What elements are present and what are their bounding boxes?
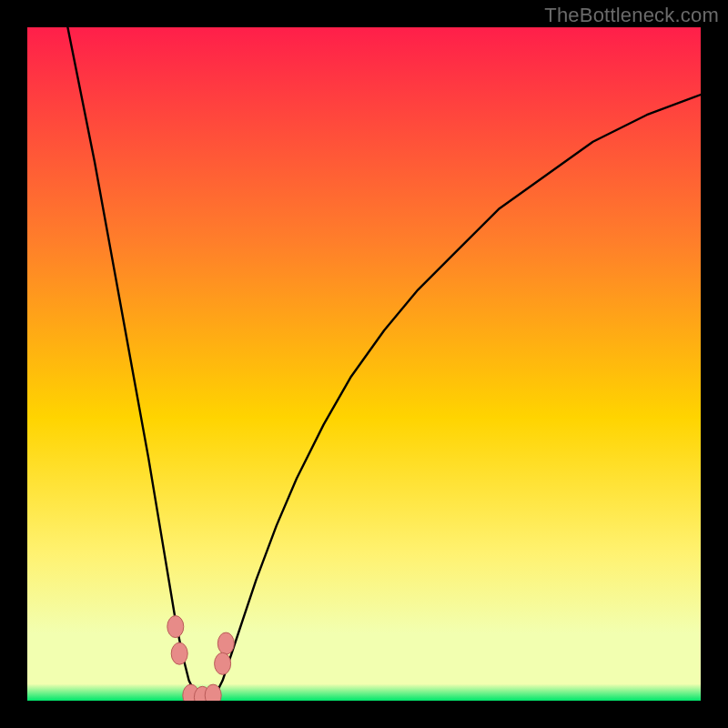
marker-right-upper <box>217 632 234 654</box>
outer-frame: TheBottleneck.com <box>0 0 728 728</box>
marker-left-upper <box>167 616 184 638</box>
marker-left-lower <box>171 642 187 664</box>
marker-floor-right <box>205 684 221 701</box>
marker-right-lower <box>215 652 231 674</box>
bottleneck-chart <box>27 27 701 701</box>
watermark-text: TheBottleneck.com <box>544 4 719 27</box>
gradient-plot-area <box>27 27 701 701</box>
